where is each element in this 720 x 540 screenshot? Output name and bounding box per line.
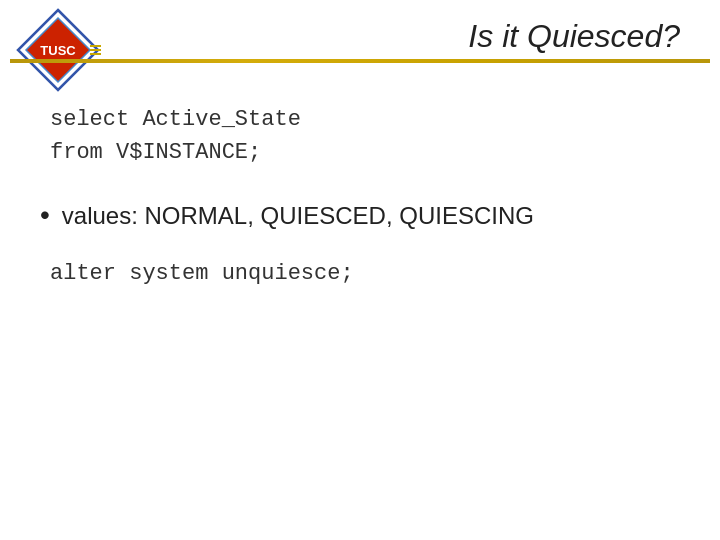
alter-line-1: alter system unquiesce; xyxy=(50,261,680,286)
code-line-2: from V$INSTANCE; xyxy=(50,136,680,169)
bullet-symbol: • xyxy=(40,199,50,231)
main-content: select Active_State from V$INSTANCE; • v… xyxy=(0,73,720,306)
bullet-label: values: xyxy=(62,202,145,229)
page-title: Is it Quiesced? xyxy=(468,10,700,55)
header: Is it Quiesced? xyxy=(0,0,720,63)
gold-divider xyxy=(10,59,710,63)
code-block-select: select Active_State from V$INSTANCE; xyxy=(50,103,680,169)
bullet-item: • values: NORMAL, QUIESCED, QUIESCING xyxy=(40,199,680,231)
bullet-content: values: NORMAL, QUIESCED, QUIESCING xyxy=(62,202,534,230)
code-line-1: select Active_State xyxy=(50,103,680,136)
bullet-values: NORMAL, QUIESCED, QUIESCING xyxy=(145,202,534,229)
code-block-alter: alter system unquiesce; xyxy=(50,261,680,286)
